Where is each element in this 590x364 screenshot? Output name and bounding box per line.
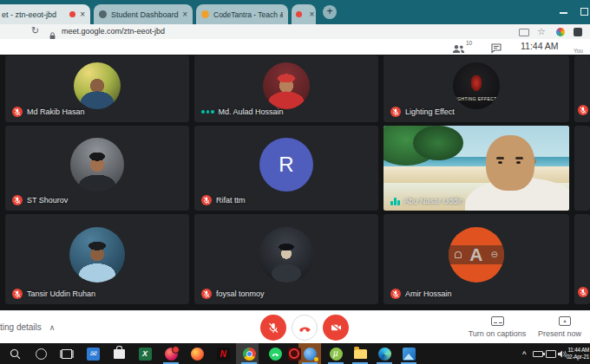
taskbar-meet-app-icon[interactable]: [302, 346, 318, 361]
tile-foysal-tonmoy[interactable]: foysal tonmoy: [194, 214, 378, 304]
tray-network-icon[interactable]: [545, 346, 557, 361]
participant-name: Abu Nasar Uddin: [404, 197, 464, 205]
taskbar-photos-icon[interactable]: [401, 346, 416, 361]
tile-tansir-uddin-ruhan[interactable]: Tansir Uddin Ruhan: [5, 214, 189, 304]
avatar-letter: A: [469, 246, 482, 263]
new-tab-button[interactable]: +: [323, 5, 337, 19]
taskbar-excel-icon[interactable]: X: [137, 346, 153, 361]
taskbar-firefox-icon[interactable]: [189, 346, 205, 361]
avatar: A ⊖: [449, 227, 504, 283]
mic-muted-icon: [201, 289, 212, 299]
meeting-details-button[interactable]: ting details ∧: [0, 322, 55, 332]
tab-codetantra[interactable]: CodeTantra - Teach & Learn: [196, 4, 288, 24]
tab-label: Student Dashboard: [111, 10, 180, 19]
extension-dark-icon[interactable]: [574, 28, 582, 36]
taskbar-chrome-icon[interactable]: [241, 346, 257, 361]
tab-label: CodeTantra - Teach & Learn: [213, 10, 283, 19]
present-button[interactable]: Present now: [529, 329, 590, 338]
window-maximize-button[interactable]: [580, 8, 588, 16]
tile-abu-nasar-uddin-video[interactable]: Abu Nasar Uddin: [384, 126, 569, 211]
url-text[interactable]: meet.google.com/ztn-eeot-jbd: [62, 24, 165, 39]
tab-close-icon[interactable]: ×: [310, 10, 315, 19]
tile-md-aulad-hossain[interactable]: Md. Aulad Hossain: [194, 55, 378, 122]
taskbar-store-icon[interactable]: [111, 346, 127, 361]
meeting-clock: 11:44 AM: [521, 39, 559, 53]
name-row: Md Rakib Hasan: [12, 107, 85, 117]
tile-lighting-effect[interactable]: IGHTING EFFECT Lighting Effect: [384, 55, 569, 122]
taskbar-mail-icon[interactable]: ✉: [85, 346, 101, 361]
extension-pinwheel-icon[interactable]: [556, 28, 565, 36]
captions-button[interactable]: Turn on captions: [458, 329, 536, 338]
tile-rifat-ttm[interactable]: R Rifat ttm: [194, 126, 378, 211]
taskbar-utorrent-icon[interactable]: µ: [328, 346, 344, 361]
mic-muted-icon: [201, 195, 212, 205]
window-minimize-button[interactable]: [560, 12, 567, 14]
video-tree: [413, 126, 463, 160]
tab-close-icon[interactable]: ×: [182, 10, 187, 19]
mic-muted-icon: [12, 289, 23, 299]
avatar: [69, 227, 125, 283]
avatar: [263, 62, 310, 109]
speaking-indicator-icon: [201, 107, 214, 117]
tab-small-recording[interactable]: ×: [292, 4, 316, 24]
mic-toggle-button[interactable]: [260, 315, 286, 341]
tray-hidden-icons-chevron[interactable]: ^: [519, 346, 529, 361]
reload-icon[interactable]: ↻: [31, 25, 39, 36]
tray-clock[interactable]: 11:44 AM 02-Apr-21: [562, 347, 589, 361]
screen: et - ztn-eeot-jbd × Student Dashboard × …: [0, 0, 590, 364]
browser-tab-strip: et - ztn-eeot-jbd × Student Dashboard × …: [0, 0, 590, 24]
camera-toggle-button[interactable]: [323, 315, 349, 341]
avatar-band: A ⊖: [449, 245, 504, 264]
name-row: Amir Hossain: [390, 289, 452, 299]
participant-name: Md. Aulad Hossain: [219, 107, 284, 116]
avatar: [259, 227, 314, 283]
mic-muted-icon: [578, 287, 588, 297]
participant-name: Tansir Uddin Ruhan: [27, 289, 95, 298]
leave-call-button[interactable]: [292, 315, 318, 341]
avatar: [74, 62, 121, 109]
tile-st-shourov[interactable]: ST Shourov: [5, 126, 189, 211]
cast-icon[interactable]: [519, 29, 529, 36]
participant-name: Amir Hossain: [405, 289, 452, 298]
video-grid: Md Rakib Hasan Md. Aulad Hossain IGHTING…: [0, 55, 590, 310]
meeting-details-label: ting details: [0, 322, 42, 332]
name-row: ST Shourov: [12, 195, 68, 205]
name-row: Rifat ttm: [201, 195, 246, 205]
taskbar-cortana-icon[interactable]: [33, 346, 49, 361]
mic-muted-icon: [578, 105, 588, 115]
windows-taskbar: ✉ X N µ ^ 11:44 AM 02-Apr-21: [0, 343, 590, 364]
taskbar-netflix-icon[interactable]: N: [215, 346, 231, 361]
video-person-face: [486, 135, 534, 191]
tile-partial-right-2[interactable]: [574, 126, 590, 211]
taskbar-file-explorer-icon[interactable]: [352, 346, 368, 361]
meet-top-bar: 10 11:44 AM You: [0, 39, 590, 55]
taskbar-search-icon[interactable]: [7, 346, 23, 361]
tray-battery-icon[interactable]: [532, 346, 544, 361]
participant-name: foysal tonmoy: [216, 289, 265, 298]
bookmark-star-icon[interactable]: ☆: [537, 25, 546, 38]
name-row: Md. Aulad Hossain: [201, 107, 284, 117]
participant-name: Md Rakib Hasan: [27, 107, 85, 116]
taskbar-edge-icon[interactable]: [377, 346, 392, 361]
taskbar-browser-notification-icon[interactable]: [163, 346, 179, 361]
you-label: You: [574, 48, 583, 54]
tab-meet[interactable]: et - ztn-eeot-jbd ×: [0, 4, 90, 24]
tile-partial-right-1[interactable]: [574, 55, 590, 122]
taskbar-whatsapp-icon[interactable]: [267, 346, 283, 361]
recording-dot-icon: [69, 11, 75, 17]
speaking-indicator-icon: [390, 197, 400, 205]
tile-amir-hossain[interactable]: A ⊖ Amir Hossain: [384, 214, 569, 304]
browser-toolbar: ↻ meet.google.com/ztn-eeot-jbd ☆: [0, 24, 590, 40]
avatar: IGHTING EFFECT: [453, 62, 500, 109]
tab-close-icon[interactable]: ×: [80, 10, 85, 19]
taskbar-opera-icon[interactable]: [286, 346, 302, 361]
tab-label: et - ztn-eeot-jbd: [2, 10, 67, 19]
taskbar-task-view-icon[interactable]: [59, 346, 75, 361]
tab-student-dashboard[interactable]: Student Dashboard ×: [94, 4, 193, 24]
present-icon: ▲: [559, 316, 571, 326]
tile-md-rakib-hasan[interactable]: Md Rakib Hasan: [5, 55, 189, 122]
circled-minus-icon: ⊖: [490, 250, 497, 259]
mic-muted-icon: [390, 107, 401, 117]
tile-partial-right-3[interactable]: [574, 214, 590, 304]
avatar-letter: R: [279, 153, 293, 177]
